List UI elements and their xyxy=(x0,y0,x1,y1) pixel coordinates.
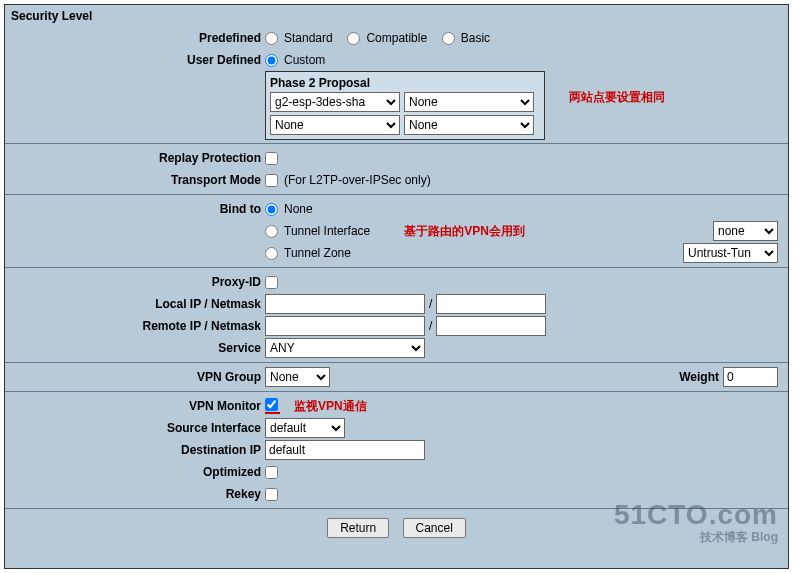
phase2-proposal-box: Phase 2 Proposal g2-esp-3des-sha None No… xyxy=(265,71,545,140)
rekey-label: Rekey xyxy=(5,484,265,504)
row-remote-ip: Remote IP / Netmask / xyxy=(5,315,788,337)
button-bar: Return Cancel xyxy=(5,512,788,544)
weight-label: Weight xyxy=(679,370,719,384)
bind-tunnel-zone-label: Tunnel Zone xyxy=(284,246,351,260)
remote-ip-input[interactable] xyxy=(265,316,425,336)
row-service: Service ANY xyxy=(5,337,788,359)
bind-label: Bind to xyxy=(5,199,265,219)
phase2-proposal-title: Phase 2 Proposal xyxy=(270,76,540,90)
row-user-defined: User Defined Custom xyxy=(5,49,788,71)
row-dest-ip: Destination IP xyxy=(5,439,788,461)
source-if-select[interactable]: default xyxy=(265,418,345,438)
local-ip-input[interactable] xyxy=(265,294,425,314)
divider xyxy=(5,391,788,392)
bind-if-select[interactable]: none xyxy=(713,221,778,241)
divider xyxy=(5,267,788,268)
transport-label: Transport Mode xyxy=(5,170,265,190)
row-transport: Transport Mode (For L2TP-over-IPSec only… xyxy=(5,169,788,191)
bind-note: 基于路由的VPN会用到 xyxy=(404,223,525,240)
row-vpn-monitor: VPN Monitor 监视VPN通信 xyxy=(5,395,788,417)
row-bind-if: Tunnel Interface 基于路由的VPN会用到 none xyxy=(5,220,788,242)
divider xyxy=(5,143,788,144)
predefined-standard-label: Standard xyxy=(284,31,333,45)
vpn-monitor-checkbox[interactable] xyxy=(265,398,278,411)
proposal-select-2[interactable]: None xyxy=(404,92,534,112)
slash: / xyxy=(429,297,432,311)
divider xyxy=(5,508,788,509)
local-netmask-input[interactable] xyxy=(436,294,546,314)
bind-tunnel-if-label: Tunnel Interface xyxy=(284,224,370,238)
row-rekey: Rekey xyxy=(5,483,788,505)
local-ip-label: Local IP / Netmask xyxy=(5,294,265,314)
cancel-button[interactable]: Cancel xyxy=(403,518,466,538)
proxy-id-label: Proxy-ID xyxy=(5,272,265,292)
row-source-if: Source Interface default xyxy=(5,417,788,439)
vpn-group-select[interactable]: None xyxy=(265,367,330,387)
bind-tunnel-if-radio[interactable] xyxy=(265,225,278,238)
slash: / xyxy=(429,319,432,333)
predefined-basic-radio[interactable] xyxy=(442,32,455,45)
proposal-select-1[interactable]: g2-esp-3des-sha xyxy=(270,92,400,112)
row-proxy-id: Proxy-ID xyxy=(5,271,788,293)
proposal-note: 两站点要设置相同 xyxy=(569,89,665,106)
user-defined-custom-radio[interactable] xyxy=(265,54,278,67)
config-panel: Security Level Predefined Standard Compa… xyxy=(4,4,789,569)
proposal-select-4[interactable]: None xyxy=(404,115,534,135)
bind-zone-select[interactable]: Untrust-Tun xyxy=(683,243,778,263)
vpn-monitor-note: 监视VPN通信 xyxy=(294,398,367,415)
row-predefined: Predefined Standard Compatible Basic xyxy=(5,27,788,49)
user-defined-label: User Defined xyxy=(5,50,265,70)
weight-input[interactable] xyxy=(723,367,778,387)
divider xyxy=(5,362,788,363)
row-bind-none: Bind to None xyxy=(5,198,788,220)
transport-hint: (For L2TP-over-IPSec only) xyxy=(284,173,431,187)
rekey-checkbox[interactable] xyxy=(265,488,278,501)
dest-ip-input[interactable] xyxy=(265,440,425,460)
dest-ip-label: Destination IP xyxy=(5,440,265,460)
predefined-standard-radio[interactable] xyxy=(265,32,278,45)
predefined-label: Predefined xyxy=(5,28,265,48)
service-label: Service xyxy=(5,338,265,358)
vpn-group-label: VPN Group xyxy=(5,367,265,387)
user-defined-custom-label: Custom xyxy=(284,53,325,67)
optimized-label: Optimized xyxy=(5,462,265,482)
section-heading: Security Level xyxy=(5,5,788,27)
source-if-label: Source Interface xyxy=(5,418,265,438)
row-bind-zone: Tunnel Zone Untrust-Tun xyxy=(5,242,788,264)
remote-netmask-input[interactable] xyxy=(436,316,546,336)
bind-tunnel-zone-radio[interactable] xyxy=(265,247,278,260)
replay-checkbox[interactable] xyxy=(265,152,278,165)
bind-none-label: None xyxy=(284,202,313,216)
divider xyxy=(5,194,788,195)
row-proposal: Phase 2 Proposal g2-esp-3des-sha None No… xyxy=(5,71,788,140)
predefined-compatible-label: Compatible xyxy=(366,31,427,45)
row-vpn-group: VPN Group None Weight xyxy=(5,366,788,388)
remote-ip-label: Remote IP / Netmask xyxy=(5,316,265,336)
optimized-checkbox[interactable] xyxy=(265,466,278,479)
vpn-monitor-label: VPN Monitor xyxy=(5,396,265,416)
row-replay: Replay Protection xyxy=(5,147,788,169)
predefined-compatible-radio[interactable] xyxy=(347,32,360,45)
row-local-ip: Local IP / Netmask / xyxy=(5,293,788,315)
proxy-id-checkbox[interactable] xyxy=(265,276,278,289)
replay-label: Replay Protection xyxy=(5,148,265,168)
proposal-select-3[interactable]: None xyxy=(270,115,400,135)
predefined-basic-label: Basic xyxy=(461,31,490,45)
bind-none-radio[interactable] xyxy=(265,203,278,216)
row-optimized: Optimized xyxy=(5,461,788,483)
transport-checkbox[interactable] xyxy=(265,174,278,187)
service-select[interactable]: ANY xyxy=(265,338,425,358)
return-button[interactable]: Return xyxy=(327,518,389,538)
